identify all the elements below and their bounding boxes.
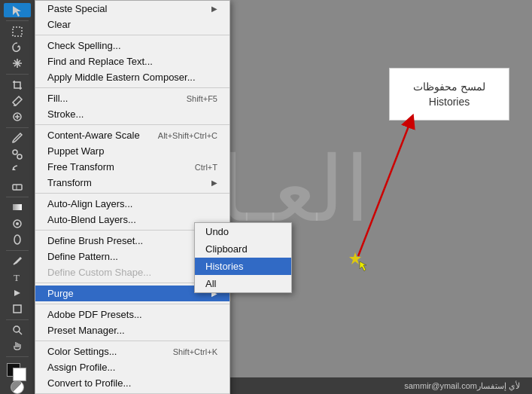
menu-item-label: Content-Aware Scale: [47, 130, 140, 141]
tooltip-english: Histories: [399, 96, 500, 108]
menu-item-transform[interactable]: Transform▶: [35, 175, 230, 191]
menu-item-find-replace[interactable]: Find and Replace Text...: [35, 53, 230, 69]
menu-separator: [35, 341, 230, 341]
submenu-item-all[interactable]: All: [195, 275, 291, 292]
menu-item-label: Color Settings...: [47, 346, 117, 357]
toolbar-sep-2: [6, 74, 29, 75]
menu-item-label: Adobe PDF Presets...: [47, 309, 142, 320]
toolbar-sep-1: [6, 20, 29, 21]
menu-item-paste-special[interactable]: Paste Special▶: [35, 1, 230, 17]
tool-hand[interactable]: [4, 339, 31, 353]
menu-item-label: Puppet Warp: [47, 145, 104, 157]
status-arabic: لأي إستفسار: [477, 381, 520, 391]
menu-item-shortcut: Ctrl+T: [195, 163, 217, 172]
menu-item-label: Apply Middle Eastern Composer...: [47, 72, 196, 83]
menu-item-label: Auto-Align Layers...: [47, 198, 132, 209]
menu-item-assign-profile[interactable]: Assign Profile...: [35, 359, 230, 375]
menu-item-content-aware-scale[interactable]: Content-Aware ScaleAlt+Shift+Ctrl+C: [35, 127, 230, 143]
toolbar-sep-6: [6, 319, 29, 320]
svg-line-22: [19, 331, 22, 334]
tool-marquee[interactable]: [4, 24, 31, 38]
submenu-item-histories[interactable]: Histories: [195, 258, 291, 275]
tool-history-brush[interactable]: [4, 163, 31, 177]
menu-item-convert-profile[interactable]: Convert to Profile...: [35, 375, 230, 391]
svg-rect-13: [13, 185, 22, 190]
menu-separator: [35, 124, 230, 125]
menu-item-label: Transform: [47, 177, 92, 188]
menu-item-fill[interactable]: Fill...Shift+F5: [35, 90, 230, 106]
svg-text:T: T: [14, 272, 20, 283]
tool-blur[interactable]: [4, 216, 31, 231]
svg-marker-12: [13, 167, 16, 170]
toolbar-sep-5: [6, 250, 29, 251]
submenu-item-undo[interactable]: Undo: [195, 223, 291, 240]
tool-clone[interactable]: [4, 147, 31, 161]
svg-point-10: [13, 150, 17, 154]
menu-item-label: Define Custom Shape...: [47, 267, 151, 278]
menu-item-label: Check Spelling...: [47, 40, 121, 51]
menu-item-apply-middle-eastern[interactable]: Apply Middle Eastern Composer...: [35, 69, 230, 85]
tooltip-arabic: لمسح محفوظات: [399, 81, 500, 93]
tool-pen[interactable]: [4, 254, 31, 268]
svg-point-18: [14, 235, 20, 244]
svg-marker-0: [13, 6, 21, 17]
menu-item-free-transform[interactable]: Free TransformCtrl+T: [35, 159, 230, 175]
tool-zoom[interactable]: [4, 323, 31, 337]
menu-item-label: Clear: [47, 19, 71, 30]
tool-magic-wand[interactable]: [4, 57, 31, 71]
menu-item-label: Find and Replace Text...: [47, 56, 153, 67]
menu-item-auto-align[interactable]: Auto-Align Layers...: [35, 196, 230, 212]
tool-lasso[interactable]: [4, 40, 31, 54]
menu-item-check-spelling[interactable]: Check Spelling...: [35, 38, 230, 53]
menu-item-adobe-pdf[interactable]: Adobe PDF Presets...: [35, 307, 230, 322]
menu-item-label: Auto-Blend Layers...: [47, 214, 136, 225]
menu-item-arrow: ▶: [211, 179, 217, 187]
tooltip-box: لمسح محفوظات Histories: [389, 68, 509, 121]
submenu-purge: UndoClipboardHistoriesAll: [194, 222, 292, 293]
svg-rect-15: [13, 204, 22, 210]
toolbar-sep-7: [6, 356, 29, 357]
menu-item-puppet-warp[interactable]: Puppet Warp: [35, 143, 230, 159]
menu-item-label: Preset Manager...: [47, 325, 125, 336]
tool-path-selection[interactable]: [4, 286, 31, 300]
menu-item-arrow: ▶: [211, 5, 217, 13]
menu-separator: [35, 193, 230, 194]
svg-rect-1: [13, 27, 22, 36]
tool-healing[interactable]: [4, 110, 31, 124]
color-swatch[interactable]: [5, 362, 29, 377]
menu-item-label: Paste Special: [47, 3, 108, 14]
tool-crop[interactable]: [4, 78, 31, 92]
tool-text[interactable]: T: [4, 270, 31, 284]
tool-eyedropper[interactable]: [4, 93, 31, 108]
menu-item-shortcut: Alt+Shift+Ctrl+C: [158, 131, 217, 140]
quick-mask[interactable]: [8, 380, 26, 394]
menu-item-preset-manager[interactable]: Preset Manager...: [35, 322, 230, 338]
svg-point-11: [17, 154, 22, 159]
tool-dodge[interactable]: [4, 232, 31, 246]
tool-gradient[interactable]: [4, 200, 31, 215]
menu-item-label: Convert to Profile...: [47, 377, 131, 389]
menu-separator: [35, 35, 230, 35]
menu-item-label: Define Brush Preset...: [47, 235, 143, 246]
menu-item-label: Assign Profile...: [47, 362, 115, 373]
svg-rect-20: [14, 305, 21, 313]
menu-item-label: Fill...: [47, 93, 68, 104]
menu-separator: [35, 87, 230, 88]
tool-shape[interactable]: [4, 302, 31, 316]
left-toolbar: T: [0, 0, 35, 394]
main-menu: Paste Special▶ClearCheck Spelling...Find…: [35, 0, 230, 394]
submenu-item-clipboard[interactable]: Clipboard: [195, 240, 291, 258]
status-email: sammir@ymail.com: [404, 381, 477, 390]
tool-move[interactable]: [4, 3, 31, 17]
toolbar-sep-3: [6, 127, 29, 128]
tool-eraser[interactable]: [4, 179, 31, 194]
tool-brush[interactable]: [4, 131, 31, 145]
menu-separator: [35, 304, 230, 304]
toolbar-sep-4: [6, 197, 29, 197]
menu-item-label: Purge: [47, 288, 74, 299]
menu-item-color-settings[interactable]: Color Settings...Shift+Ctrl+K: [35, 344, 230, 359]
menu-item-stroke[interactable]: Stroke...: [35, 106, 230, 122]
menu-item-label: Free Transform: [47, 161, 114, 173]
menu-item-shortcut: Shift+Ctrl+K: [173, 347, 217, 356]
menu-item-clear[interactable]: Clear: [35, 17, 230, 32]
